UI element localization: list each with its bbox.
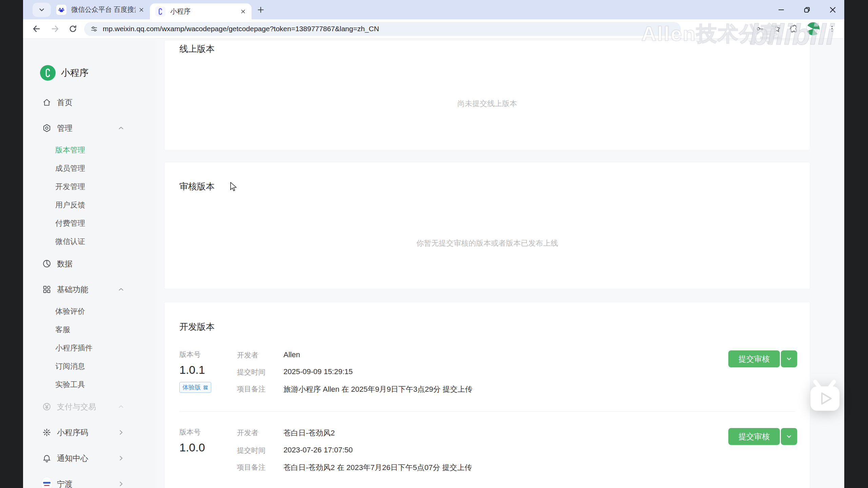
sidebar-item-label: 小程序码	[57, 427, 88, 438]
password-key-icon[interactable]	[755, 24, 764, 33]
sidebar-item-basic-features[interactable]: 基础功能	[23, 277, 156, 302]
chevron-up-icon	[117, 124, 125, 132]
qr-code-icon	[203, 385, 208, 390]
tab-miniprogram[interactable]: 小程序	[150, 3, 252, 19]
sidebar-item-wechat-verify[interactable]: 微信认证	[23, 232, 156, 251]
arrow-right-icon	[117, 429, 125, 436]
features-icon	[41, 285, 52, 294]
version-row: 版本号 1.0.0 开发者苍白日-苍劲风2 提交时间2023-07-26 17:…	[179, 412, 795, 488]
tv-play-icon	[810, 382, 840, 411]
sidebar-item-exp-review[interactable]: 体验评价	[23, 302, 156, 321]
reload-button[interactable]	[68, 24, 77, 33]
review-version-card: 审核版本 你暂无提交审核的版本或者版本已发布上线	[164, 162, 810, 289]
sidebar-item-label: 首页	[57, 97, 73, 108]
toolbar-right	[755, 22, 836, 36]
sidebar-item-label: 付费管理	[55, 218, 85, 228]
menu-dots-icon[interactable]	[828, 25, 836, 33]
bell-icon	[41, 453, 52, 463]
submit-review-group: 提交审核	[728, 350, 797, 367]
sidebar-item-label: 通知中心	[57, 453, 88, 464]
section-title: 线上版本	[164, 43, 810, 55]
sidebar-item-label: 开发管理	[55, 182, 85, 192]
profile-avatar[interactable]	[806, 22, 820, 36]
chevron-up-icon	[117, 403, 125, 410]
sidebar-item-label: 客服	[55, 325, 70, 335]
sidebar-item-customer-svc[interactable]: 客服	[23, 321, 156, 339]
tab-title: 小程序	[170, 7, 237, 16]
sidebar-item-lab-tools[interactable]: 实验工具	[23, 375, 156, 394]
manage-icon	[41, 123, 52, 133]
qrcode-icon	[41, 428, 52, 437]
tab-search-button[interactable]	[33, 3, 51, 17]
sidebar-item-notify-center[interactable]: 通知中心	[23, 445, 156, 471]
data-icon	[41, 259, 52, 268]
site-settings-icon[interactable]	[90, 25, 98, 33]
sidebar: 小程序 首页管理版本管理成员管理开发管理用户反馈付费管理微信认证数据基础功能体验…	[23, 39, 156, 488]
url-text: mp.weixin.qq.com/wxamp/wacodepage/getcod…	[103, 25, 379, 33]
forward-button[interactable]	[50, 24, 60, 34]
project-note-value: 苍白日-苍劲风2 在 2023年7月26日下午5点07分 提交上传	[283, 463, 472, 473]
sidebar-item-user-feedback[interactable]: 用户反馈	[23, 196, 156, 214]
sidebar-item-member-mgmt[interactable]: 成员管理	[23, 159, 156, 178]
sidebar-item-home[interactable]: 首页	[23, 89, 156, 115]
sidebar-item-label: 宁渡	[57, 479, 73, 488]
submit-dropdown-button[interactable]	[781, 350, 797, 367]
version-list: 版本号 1.0.1 体验版 开发者Allen 提交时间2025-09-09 15…	[179, 350, 795, 488]
submit-dropdown-button[interactable]	[781, 428, 797, 445]
sidebar-item-label: 成员管理	[55, 163, 85, 174]
sidebar-menu: 首页管理版本管理成员管理开发管理用户反馈付费管理微信认证数据基础功能体验评价客服…	[23, 89, 156, 488]
extensions-icon[interactable]	[789, 24, 798, 33]
bookmark-star-icon[interactable]	[772, 24, 781, 33]
version-row: 版本号 1.0.1 体验版 开发者Allen 提交时间2025-09-09 15…	[179, 350, 795, 412]
version-number: 1.0.1	[179, 363, 237, 377]
minimize-button[interactable]	[777, 6, 785, 14]
sidebar-item-manage[interactable]: 管理	[23, 115, 156, 141]
sidebar-item-subscribe-msg[interactable]: 订阅消息	[23, 357, 156, 375]
submit-time-label: 提交时间	[237, 446, 283, 455]
trial-version-badge[interactable]: 体验版	[179, 382, 211, 393]
sidebar-item-label: 微信认证	[55, 237, 85, 247]
sidebar-item-mini-qrcode[interactable]: 小程序码	[23, 420, 156, 445]
sidebar-item-label: 订阅消息	[55, 361, 85, 371]
sidebar-item-pay-trade[interactable]: 支付与交易	[23, 394, 156, 420]
tab-baidu-search[interactable]: 微信公众平台 百度搜索	[51, 0, 150, 19]
online-version-card: 线上版本 尚未提交线上版本	[164, 40, 810, 150]
project-note-label: 项目备注	[237, 463, 283, 472]
sidebar-item-version-mgmt[interactable]: 版本管理	[23, 141, 156, 159]
submit-time-value: 2023-07-26 17:07:50	[283, 446, 353, 454]
bilibili-player-button[interactable]	[808, 379, 845, 420]
miniprogram-logo-icon	[40, 65, 56, 81]
back-button[interactable]	[32, 24, 41, 34]
sidebar-item-label: 用户反馈	[55, 200, 85, 210]
sidebar-item-pay-mgmt[interactable]: 付费管理	[23, 214, 156, 232]
brand: 小程序	[40, 65, 156, 81]
close-tab-icon[interactable]	[138, 7, 144, 13]
main-area: 线上版本 尚未提交线上版本 审核版本 你暂无提交审核的版本或者版本已发布上线 开…	[156, 39, 844, 488]
close-tab-icon[interactable]	[240, 8, 246, 15]
empty-state-text: 尚未提交线上版本	[164, 99, 810, 109]
submit-time-value: 2025-09-09 15:29:15	[283, 367, 353, 376]
baidu-paw-icon	[56, 5, 66, 15]
close-window-button[interactable]	[829, 6, 837, 14]
sidebar-item-dev-mgmt[interactable]: 开发管理	[23, 178, 156, 196]
home-icon	[41, 98, 52, 107]
sidebar-item-label: 体验评价	[55, 306, 85, 317]
new-tab-button[interactable]	[256, 5, 265, 14]
sidebar-item-mini-plugin[interactable]: 小程序插件	[23, 339, 156, 357]
project-note-value: 旅游小程序 Allen 在 2025年9月9日下午3点29分 提交上传	[283, 384, 473, 394]
submit-review-group: 提交审核	[728, 428, 797, 445]
submit-review-button[interactable]: 提交审核	[728, 350, 780, 367]
submit-review-button[interactable]: 提交审核	[728, 428, 780, 445]
restore-button[interactable]	[803, 6, 811, 14]
developer-value: Allen	[283, 350, 300, 359]
sidebar-item-label: 支付与交易	[57, 402, 96, 412]
miniprogram-icon	[155, 6, 165, 17]
address-bar[interactable]: mp.weixin.qq.com/wxamp/wacodepage/getcod…	[84, 22, 681, 36]
arrow-right-icon	[117, 454, 125, 462]
sidebar-item-ningdu[interactable]: 宁渡	[23, 471, 156, 488]
submit-time-label: 提交时间	[237, 367, 283, 377]
section-title: 审核版本	[164, 181, 810, 192]
brand-name: 小程序	[61, 67, 88, 79]
payment-icon	[41, 402, 52, 411]
sidebar-item-data[interactable]: 数据	[23, 251, 156, 277]
